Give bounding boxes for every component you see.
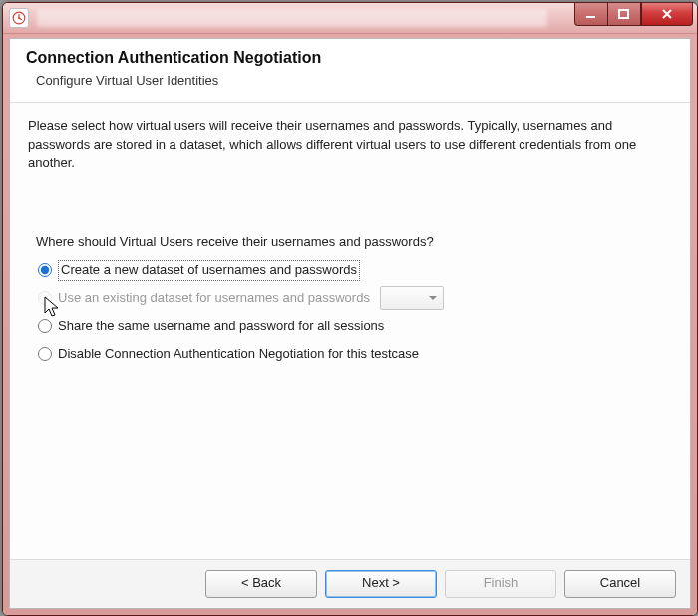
option-share-credentials[interactable]: Share the same username and password for… bbox=[36, 315, 672, 337]
intro-text: Please select how virtual users will rec… bbox=[28, 117, 672, 173]
titlebar[interactable] bbox=[3, 3, 697, 34]
dialog-window: Connection Authentication Negotiation Co… bbox=[2, 2, 698, 616]
options-group: Create a new dataset of usernames and pa… bbox=[36, 259, 672, 365]
wizard-subtitle: Configure Virtual User Identities bbox=[26, 73, 674, 88]
option-disable-auth-label: Disable Connection Authentication Negoti… bbox=[58, 345, 419, 364]
svg-rect-3 bbox=[619, 10, 628, 18]
option-existing-dataset: Use an existing dataset for usernames an… bbox=[36, 287, 672, 309]
cancel-button[interactable]: Cancel bbox=[564, 570, 676, 598]
option-share-credentials-label: Share the same username and password for… bbox=[58, 317, 384, 336]
radio-share-credentials[interactable] bbox=[38, 319, 52, 333]
radio-create-dataset[interactable] bbox=[38, 263, 52, 277]
radio-existing-dataset bbox=[38, 291, 52, 305]
back-button[interactable]: < Back bbox=[205, 570, 317, 598]
option-existing-dataset-label: Use an existing dataset for usernames an… bbox=[58, 289, 370, 308]
app-icon bbox=[9, 8, 29, 28]
client-area: Connection Authentication Negotiation Co… bbox=[9, 38, 691, 609]
window-title bbox=[37, 9, 547, 27]
next-button[interactable]: Next > bbox=[325, 570, 437, 598]
window-frame: Connection Authentication Negotiation Co… bbox=[3, 34, 697, 615]
option-create-dataset-label: Create a new dataset of usernames and pa… bbox=[58, 260, 360, 281]
close-button[interactable] bbox=[641, 3, 693, 26]
wizard-body: Please select how virtual users will rec… bbox=[10, 103, 690, 559]
finish-button: Finish bbox=[445, 570, 556, 598]
existing-dataset-select bbox=[380, 286, 444, 310]
svg-point-1 bbox=[18, 17, 20, 19]
maximize-button[interactable] bbox=[607, 3, 641, 26]
wizard-title: Connection Authentication Negotiation bbox=[26, 49, 674, 67]
button-bar: < Back Next > Finish Cancel bbox=[10, 559, 690, 608]
question-text: Where should Virtual Users receive their… bbox=[36, 233, 672, 252]
radio-disable-auth[interactable] bbox=[38, 347, 52, 361]
wizard-header: Connection Authentication Negotiation Co… bbox=[10, 39, 690, 103]
option-create-dataset[interactable]: Create a new dataset of usernames and pa… bbox=[36, 259, 672, 281]
window-controls bbox=[574, 3, 693, 25]
svg-rect-2 bbox=[586, 16, 595, 18]
option-disable-auth[interactable]: Disable Connection Authentication Negoti… bbox=[36, 343, 672, 365]
minimize-button[interactable] bbox=[574, 3, 607, 26]
